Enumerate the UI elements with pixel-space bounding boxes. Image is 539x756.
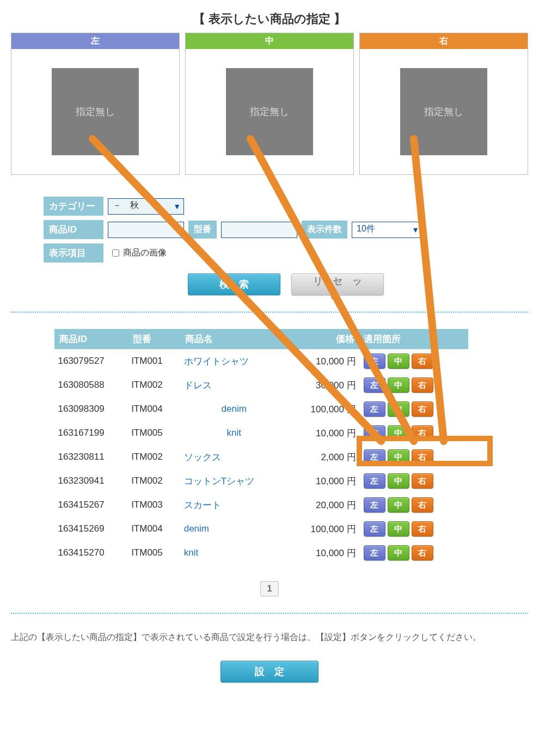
cell-model: ITM005 <box>128 421 181 445</box>
table-row: 163230811ITM002ソックス2,000 円左中右 <box>55 445 468 469</box>
cell-apply: 左中右 <box>359 541 468 565</box>
table-row: 163415269ITM004denim100,000 円左中右 <box>55 517 468 541</box>
cell-model: ITM002 <box>128 445 181 469</box>
cell-price: 100,000 円 <box>287 517 359 541</box>
table-row: 163230941ITM002コットンTシャツ10,000 円左中右 <box>55 469 468 493</box>
cell-name[interactable]: ソックス <box>181 445 287 469</box>
apply-center-button[interactable]: 中 <box>388 473 409 489</box>
perpage-select[interactable]: 10件 <box>352 222 422 238</box>
cell-apply: 左中右 <box>359 445 468 469</box>
slot-left-thumb: 指定無し <box>52 68 139 155</box>
page-title: 【 表示したい商品の指定 】 <box>11 11 528 27</box>
product-id-label: 商品ID <box>44 220 103 239</box>
apply-left-button[interactable]: 左 <box>364 497 385 513</box>
cell-name[interactable]: ホワイトシャツ <box>181 349 287 374</box>
apply-right-button[interactable]: 右 <box>412 521 433 536</box>
col-name: 商品名 <box>181 330 287 349</box>
slot-right-thumb: 指定無し <box>400 68 487 155</box>
apply-center-button[interactable]: 中 <box>388 497 409 513</box>
apply-right-button[interactable]: 右 <box>412 401 433 417</box>
table-row: 163415270ITM005knit10,000 円左中右 <box>55 541 468 565</box>
apply-right-button[interactable]: 右 <box>412 545 433 560</box>
cell-id: 163415267 <box>55 493 128 517</box>
apply-left-button[interactable]: 左 <box>364 401 385 417</box>
cell-name[interactable]: denim <box>181 397 287 421</box>
reset-button[interactable]: リセット <box>291 273 384 295</box>
results-table: 商品ID 型番 商品名 価格 適用箇所 163079527ITM001ホワイトシ… <box>54 329 468 565</box>
cell-name[interactable]: スカート <box>181 493 287 517</box>
apply-left-button[interactable]: 左 <box>364 425 385 441</box>
col-model: 型番 <box>128 330 181 349</box>
slot-center-body[interactable]: 指定無し <box>186 49 353 174</box>
perpage-label: 表示件数 <box>302 221 347 239</box>
cell-name[interactable]: ドレス <box>181 373 287 397</box>
table-row: 163079527ITM001ホワイトシャツ10,000 円左中右 <box>55 349 468 374</box>
model-input[interactable] <box>221 222 297 238</box>
apply-right-button[interactable]: 右 <box>412 497 433 513</box>
apply-left-button[interactable]: 左 <box>364 377 385 393</box>
cell-price: 20,000 円 <box>287 493 359 517</box>
apply-right-button[interactable]: 右 <box>412 353 433 369</box>
apply-left-button[interactable]: 左 <box>364 545 385 560</box>
apply-right-button[interactable]: 右 <box>412 425 433 441</box>
slot-center-header: 中 <box>186 33 353 49</box>
cell-id: 163080588 <box>55 373 128 397</box>
category-select[interactable]: － 秋 <box>108 198 184 215</box>
category-label: カテゴリー <box>44 197 103 216</box>
show-image-checkbox[interactable] <box>112 249 119 257</box>
cell-id: 163415270 <box>55 541 128 565</box>
apply-right-button[interactable]: 右 <box>412 377 433 393</box>
cell-price: 10,000 円 <box>287 469 359 493</box>
filter-form: カテゴリー － 秋 ▼ 商品ID 型番 表示件数 10件 ▼ 表示項目 商品の画… <box>11 197 528 295</box>
cell-model: ITM002 <box>128 469 181 493</box>
apply-center-button[interactable]: 中 <box>388 377 409 393</box>
page-1-button[interactable]: 1 <box>260 581 279 596</box>
apply-left-button[interactable]: 左 <box>364 449 385 465</box>
cell-name[interactable]: knit <box>181 541 287 565</box>
slot-left-body[interactable]: 指定無し <box>11 49 179 174</box>
pager: 1 <box>11 581 528 596</box>
apply-right-button[interactable]: 右 <box>412 449 433 465</box>
apply-left-button[interactable]: 左 <box>364 521 385 536</box>
cell-price: 10,000 円 <box>287 349 359 374</box>
table-row: 163167199ITM005knit10,000 円左中右 <box>55 421 468 445</box>
cell-apply: 左中右 <box>359 469 468 493</box>
cell-name[interactable]: knit <box>181 421 287 445</box>
cell-name[interactable]: コットンTシャツ <box>181 469 287 493</box>
cell-model: ITM004 <box>128 397 181 421</box>
cell-model: ITM002 <box>128 373 181 397</box>
cell-id: 163079527 <box>55 349 128 374</box>
slot-center-thumb: 指定無し <box>226 68 313 155</box>
cell-price: 10,000 円 <box>287 541 359 565</box>
product-slots: 左 指定無し 中 指定無し 右 指定無し <box>11 33 528 175</box>
cell-price: 10,000 円 <box>287 421 359 445</box>
cell-id: 163230811 <box>55 445 128 469</box>
show-image-checkbox-label[interactable]: 商品の画像 <box>110 247 167 259</box>
col-id: 商品ID <box>55 330 128 349</box>
apply-center-button[interactable]: 中 <box>388 545 409 560</box>
cell-id: 163167199 <box>55 421 128 445</box>
slot-left-header: 左 <box>11 33 179 49</box>
set-button[interactable]: 設定 <box>220 661 318 682</box>
cell-name[interactable]: denim <box>181 517 287 541</box>
cell-apply: 左中右 <box>359 517 468 541</box>
apply-center-button[interactable]: 中 <box>388 353 409 369</box>
search-button[interactable]: 検索 <box>188 273 280 295</box>
apply-center-button[interactable]: 中 <box>388 449 409 465</box>
apply-left-button[interactable]: 左 <box>364 353 385 369</box>
cell-id: 163098309 <box>55 397 128 421</box>
cell-model: ITM001 <box>128 349 181 374</box>
table-row: 163080588ITM002ドレス30,000 円左中右 <box>55 373 468 397</box>
cell-price: 2,000 円 <box>287 445 359 469</box>
show-image-text: 商品の画像 <box>123 247 167 259</box>
slot-right-body[interactable]: 指定無し <box>360 49 528 174</box>
cell-apply: 左中右 <box>359 349 468 374</box>
apply-right-button[interactable]: 右 <box>412 473 433 489</box>
apply-center-button[interactable]: 中 <box>388 401 409 417</box>
apply-center-button[interactable]: 中 <box>388 425 409 441</box>
cell-id: 163415269 <box>55 517 128 541</box>
apply-left-button[interactable]: 左 <box>364 473 385 489</box>
product-id-input[interactable] <box>108 222 184 238</box>
apply-center-button[interactable]: 中 <box>388 521 409 536</box>
cell-model: ITM005 <box>128 541 181 565</box>
